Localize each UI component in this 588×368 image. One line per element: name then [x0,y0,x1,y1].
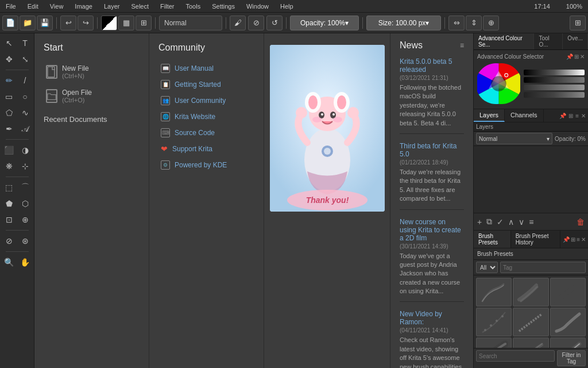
brush-tool-button[interactable]: 🖌 [230,16,246,30]
overview-tab[interactable]: Ove... [563,33,588,49]
pattern-button[interactable]: ⊞ [136,16,152,30]
getting-started-link[interactable]: 📋 Getting Started [158,77,254,92]
menu-window[interactable]: Window [244,2,271,11]
eyedropper-tool[interactable]: ⊘ [2,233,17,248]
refresh-button[interactable]: ↺ [266,16,283,30]
add-layer-button[interactable]: + [476,216,483,228]
layers-tab[interactable]: Layers [474,109,505,122]
menu-tools[interactable]: Tools [184,2,203,11]
news-menu-icon[interactable]: ≡ [460,41,464,49]
pan-tool[interactable]: ✋ [18,255,33,270]
advanced-colour-tab[interactable]: Advanced Colour Se... [474,33,534,49]
line-tool[interactable]: / [18,73,33,88]
move-layer-up-button[interactable]: ∧ [507,216,515,228]
group-layer-button[interactable]: ✓ [496,216,505,228]
size-display[interactable]: Size: 100.00 px ▾ [366,16,441,30]
settings-panel-button[interactable]: ⊞ [570,16,586,30]
eraser-button[interactable]: ⊘ [248,16,264,30]
redo-button[interactable]: ↪ [78,16,94,30]
news-item-2-title[interactable]: New course on using Krita to create a 2D… [400,218,464,242]
brush-item-2[interactable] [513,278,548,306]
gradient-button[interactable]: ▦ [118,16,134,30]
filter-in-tag-button[interactable]: Filter in Tag [557,350,586,366]
gradient-fill-tool[interactable]: ◑ [18,143,33,158]
layer-style-button[interactable]: ≡ [528,216,535,228]
menu-view[interactable]: View [48,2,66,11]
colour-close-icon[interactable]: ✕ [580,53,585,60]
move-layer-down-button[interactable]: ∨ [517,216,525,228]
brush-item-4[interactable] [476,308,512,336]
brush-item-6[interactable] [550,308,586,336]
krita-website-link[interactable]: 🌐 Krita Website [158,109,254,124]
user-manual-link[interactable]: 📖 User Manual [158,61,254,76]
rectangular-select-tool[interactable]: ⬚ [2,180,17,195]
menu-settings[interactable]: Settings [210,2,237,11]
open-file-action[interactable]: Open File (Ctrl+O) [44,85,140,107]
brush-search-input[interactable] [476,350,555,362]
news-item-3-title[interactable]: New Video by Ramon: [400,310,464,326]
tool-options-tab[interactable]: Tool O... [534,33,563,49]
crop-tool[interactable]: ⊡ [2,212,17,227]
menu-select[interactable]: Select [129,2,151,11]
save-file-button[interactable]: 💾 [37,16,53,30]
brush-item-7[interactable] [476,338,512,348]
assistant-tool[interactable]: ⊹ [18,159,33,174]
pointer-tool[interactable]: ↖ [2,36,17,51]
support-krita-link[interactable]: ❤ Support Krita [158,141,254,156]
brush-item-9[interactable] [550,338,586,348]
layers-menu-icon[interactable]: ≡ [575,113,579,119]
menu-help[interactable]: Help [278,2,296,11]
ellipse-tool[interactable]: ○ [18,89,33,104]
new-file-button[interactable]: 📄 [2,16,18,30]
freehand-brush-tool[interactable]: ✏ [2,73,17,88]
colour-wheel[interactable] [477,62,520,105]
opacity-display[interactable]: Opacity: 100% ▾ [290,16,359,30]
powered-by-kde-link[interactable]: ⚙ Powered by KDE [158,158,254,172]
mirror-v-button[interactable]: ⇕ [466,16,482,30]
mirror-h-button[interactable]: ⇔ [448,16,465,30]
layers-detach-icon[interactable]: ⊞ [568,113,573,119]
brush-item-3[interactable] [550,278,586,306]
delete-layer-button[interactable]: 🗑 [575,216,586,228]
colour-detach-icon[interactable]: ⊞ [574,53,579,60]
brush-menu-icon[interactable]: ≡ [577,236,580,243]
shade-slider-2[interactable] [524,85,585,90]
blend-mode-selector[interactable]: Normal [159,16,222,30]
news-item-1-title[interactable]: Third beta for Krita 5.0 [400,142,464,158]
shade-slider-1[interactable] [524,77,585,83]
zoom-view-tool[interactable]: 🔍 [2,255,17,270]
menu-image[interactable]: Image [72,2,95,11]
freehand-path-tool[interactable]: ✒ [2,121,17,136]
multibrush-tool[interactable]: ❋ [2,159,17,174]
smart-patch-tool[interactable]: ⊛ [18,233,33,248]
brush-close-icon[interactable]: ✕ [581,236,586,243]
brush-presets-tab[interactable]: Brush Presets [474,231,511,248]
brush-item-1[interactable] [476,278,512,306]
menu-edit[interactable]: Edit [25,2,41,11]
news-item-0-title[interactable]: Krita 5.0.0 beta 5 released [400,57,464,74]
menu-layer[interactable]: Layer [102,2,122,11]
colour-pin-icon[interactable]: 📌 [566,53,573,60]
layers-close-icon[interactable]: ✕ [581,113,586,119]
brush-tag-input[interactable] [500,262,586,273]
move-tool[interactable]: ✥ [2,52,17,67]
text-tool[interactable]: T [18,36,33,51]
layers-blend-mode[interactable]: Normal ▾ [476,133,552,144]
channels-tab[interactable]: Channels [505,109,543,122]
menu-file[interactable]: File [3,2,18,11]
brush-tag-filter[interactable]: All [476,262,498,273]
brightness-slider[interactable] [524,70,585,75]
contiguous-select-tool[interactable]: ⬟ [2,196,17,211]
menu-filter[interactable]: Filter [158,2,176,11]
undo-button[interactable]: ↩ [60,16,76,30]
brush-item-5[interactable] [513,308,548,336]
brush-pin-icon[interactable]: 📌 [563,236,570,243]
similar-select-tool[interactable]: ⬡ [18,196,33,211]
new-file-action[interactable]: New File (Ctrl+N) [44,61,140,83]
duplicate-layer-button[interactable]: ⧉ [485,216,493,228]
source-code-link[interactable]: ⌨ Source Code [158,125,254,140]
wrap-button[interactable]: ⊕ [483,16,499,30]
user-community-link[interactable]: 👥 User Community [158,93,254,108]
brush-preset-history-tab[interactable]: Brush Preset History [511,231,561,248]
layers-pin-icon[interactable]: 📌 [559,113,566,119]
